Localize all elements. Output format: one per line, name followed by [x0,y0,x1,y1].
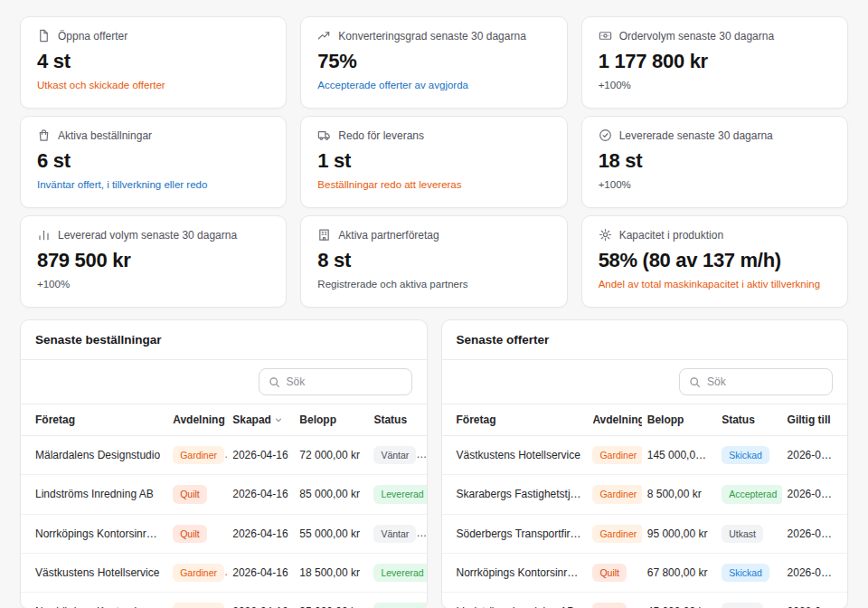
table-row[interactable]: Lindströms Inredning AB Quilt 2026-04-16… [21,475,427,514]
cell-department: Gardiner [167,553,227,592]
search-icon [689,376,701,388]
building-icon [317,228,331,242]
stat-label: Aktiva partnerföretag [338,229,439,242]
stat-subtitle: Inväntar offert, i tillverkning eller re… [37,179,269,190]
col-valid-until: Giltig till [782,404,847,436]
stat-subtitle: Registrerade och aktiva partners [317,279,550,290]
table-row[interactable]: Norrköpings Kontorsinredning Gardiner 20… [21,593,427,608]
stat-value: 58% (80 av 137 m/h) [599,249,831,272]
cell-department: Gardiner [587,475,641,514]
table-row[interactable]: Västkustens Hotellservice Gardiner 2026-… [21,553,427,592]
department-badge: Quilt [592,603,627,608]
cell-company: Västkustens Hotellservice [21,553,167,592]
stat-card-delivered-volume: Levererad volym senaste 30 dagarna 879 5… [20,215,287,308]
stat-label: Konverteringsgrad senaste 30 dagarna [338,30,525,43]
cell-status: Utkast [716,514,781,553]
cell-amount: 145 000,00 kr [642,436,716,475]
stat-subtitle: Andel av total maskinkapacitet i aktiv t… [599,279,831,290]
cell-created: 2026-04-16 [227,436,294,475]
file-icon [37,29,51,43]
cell-valid-until: 2026-05-24 [782,593,847,608]
department-badge: Gardiner [173,446,224,464]
cell-company: Västkustens Hotellservice [442,436,588,475]
cell-amount: 18 500,00 kr [294,553,368,592]
cell-amount: 8 500,00 kr [642,475,716,514]
cell-status: Levererad [368,593,426,608]
cell-amount: 67 800,00 kr [642,553,716,592]
cell-status: Utkast [716,593,781,608]
status-badge: Levererad [373,564,426,582]
status-badge: Väntar [373,525,416,543]
cell-department: Gardiner [587,436,641,475]
col-created-sortable[interactable]: Skapad [227,404,294,436]
quotes-header-row: Företag Avdelning Belopp Status Giltig t… [442,404,848,436]
status-badge: Skickad [722,564,769,582]
table-row[interactable]: Västkustens Hotellservice Gardiner 145 0… [442,436,848,475]
cell-department: Quilt [587,553,641,592]
stat-subtitle: +100% [599,80,831,90]
stat-subtitle: +100% [599,179,831,190]
cell-company: Skarabergs Fastighetstjänst [442,475,588,514]
cell-created: 2026-04-16 [227,553,294,592]
department-badge: Quilt [592,564,627,582]
gear-icon [599,228,612,242]
department-badge: Gardiner [592,485,641,503]
cell-amount: 72 000,00 kr [294,436,368,475]
stat-card-production-capacity: Kapacitet i produktion 58% (80 av 137 m/… [581,215,848,308]
stat-value: 8 st [317,249,550,272]
col-company: Företag [21,404,167,436]
status-badge: Utkast [722,603,763,608]
check-circle-icon [599,128,612,142]
cell-department: Gardiner [167,436,227,475]
stat-subtitle: Beställningar redo att levereras [317,179,550,190]
col-amount: Belopp [642,404,716,436]
status-badge: Väntar [373,446,416,464]
orders-table: Företag Avdelning Skapad Belopp Status [21,404,427,608]
orders-panel-title: Senaste beställningar [21,320,427,360]
cell-department: Gardiner [587,514,641,553]
cell-valid-until: 2026-05-25 [782,475,847,514]
stat-label: Öppna offerter [58,30,127,43]
cell-department: Quilt [587,593,641,608]
search-icon [269,376,280,388]
stat-card-active-partners: Aktiva partnerföretag 8 st Registrerade … [300,215,567,308]
stat-card-conversion-rate: Konverteringsgrad senaste 30 dagarna 75%… [300,16,567,109]
bar-chart-icon [37,228,51,242]
status-badge: Accepterad [722,485,781,503]
stat-label: Kapacitet i produktion [619,229,723,242]
quotes-toolbar [442,360,848,404]
stat-subtitle: Utkast och skickade offerter [37,80,269,90]
stat-label: Ordervolym senaste 30 dagarna [619,30,774,43]
cell-created: 2026-04-16 [227,475,294,514]
stat-label: Levererad volym senaste 30 dagarna [58,229,237,242]
dashboard-page: Öppna offerter 4 st Utkast och skickade … [0,0,868,608]
orders-search[interactable] [259,368,412,395]
cell-status: Skickad [716,553,781,592]
table-row[interactable]: Söderbergs Transportfirma Gardiner 95 00… [442,514,848,553]
department-badge: Quilt [173,525,207,543]
table-panels: Senaste beställningar Företag Avdelning [20,319,848,608]
quotes-table: Företag Avdelning Belopp Status Giltig t… [442,404,848,608]
table-row[interactable]: Skarabergs Fastighetstjänst Gardiner 8 5… [442,475,848,514]
table-row[interactable]: Norrköpings Kontorsinredning Quilt 2026-… [21,514,427,553]
stat-card-active-orders: Aktiva beställningar 6 st Inväntar offer… [20,116,287,208]
stat-subtitle: +100% [37,279,269,290]
orders-toolbar [21,360,427,404]
cell-valid-until: 2026-05-10 [782,436,847,475]
chevron-down-icon [274,415,283,424]
cell-company: Mälardalens Designstudio [21,436,167,475]
cell-amount: 35 000,00 kr [294,593,368,608]
table-row[interactable]: Norrköpings Kontorsinredning Quilt 67 80… [442,553,848,592]
table-row[interactable]: Mälardalens Designstudio Gardiner 2026-0… [21,436,427,475]
col-department: Avdelning [587,404,641,436]
cell-company: Söderbergs Transportfirma [442,514,588,553]
cell-department: Quilt [167,475,227,514]
cell-amount: 85 000,00 kr [294,475,368,514]
status-badge: Levererad [373,485,426,503]
table-row[interactable]: Lindströms Inredning AB Quilt 45 000,00 … [442,593,848,608]
stat-value: 879 500 kr [37,249,269,272]
quotes-search[interactable] [679,368,833,395]
department-badge: Gardiner [173,564,224,582]
quotes-search-input[interactable] [707,375,823,388]
orders-search-input[interactable] [287,375,402,388]
